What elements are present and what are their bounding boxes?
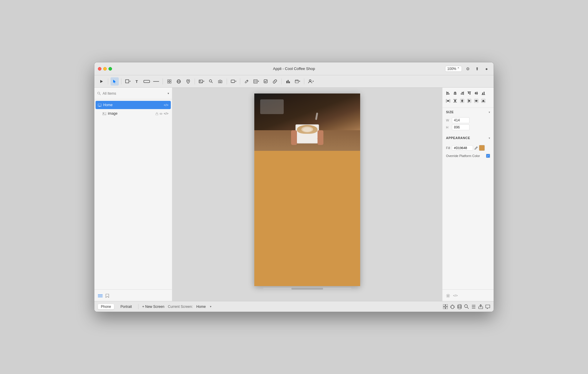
svg-rect-69: [454, 100, 456, 102]
svg-line-17: [211, 82, 213, 83]
svg-rect-50: [454, 92, 456, 93]
settings-button[interactable]: ⚙: [464, 65, 471, 72]
line-tool[interactable]: [152, 77, 160, 86]
code-icon[interactable]: </>: [164, 103, 168, 107]
svg-rect-63: [484, 92, 485, 95]
align-center-h-btn[interactable]: [452, 90, 458, 96]
search-tool[interactable]: [207, 77, 215, 86]
align-left-edges-btn[interactable]: [445, 90, 451, 96]
rectangle-arrow: ▾: [129, 80, 131, 83]
minimize-button[interactable]: [103, 67, 107, 71]
align-center-page-v-btn[interactable]: [473, 98, 480, 104]
lock-icon[interactable]: [156, 112, 158, 116]
fill-hex-input[interactable]: [452, 145, 473, 151]
width-field-row: W: [446, 117, 490, 123]
distribute-v-btn[interactable]: [452, 98, 458, 104]
account-button[interactable]: ●: [483, 65, 490, 72]
chart-tool[interactable]: [284, 77, 292, 86]
portrait-tab[interactable]: Portrait: [118, 304, 135, 309]
phone-tab[interactable]: Phone: [98, 304, 114, 309]
svg-marker-0: [100, 80, 103, 83]
search-input[interactable]: [103, 91, 166, 96]
database-bottom-icon[interactable]: [457, 304, 462, 309]
distribute-h-btn[interactable]: [445, 98, 451, 104]
grid-tool[interactable]: [165, 77, 173, 86]
size-section-header[interactable]: SIZE ▾: [442, 108, 494, 116]
traffic-lights: [98, 67, 112, 71]
fill-input-group: [452, 145, 490, 151]
width-input[interactable]: [452, 117, 470, 123]
svg-line-91: [450, 307, 451, 308]
grid-bottom-icon[interactable]: [443, 304, 448, 309]
eye-icon[interactable]: [159, 112, 163, 115]
export-bottom-icon[interactable]: [478, 304, 483, 309]
align-bottom-edges-btn[interactable]: [480, 90, 487, 96]
align-top-edges-btn[interactable]: [466, 90, 472, 96]
image-tool[interactable]: ▾: [197, 77, 206, 86]
layer-image[interactable]: image </>: [96, 109, 171, 118]
text-tool[interactable]: T: [133, 77, 141, 86]
color-swatch[interactable]: [479, 145, 485, 151]
search-db-bottom-icon[interactable]: [464, 304, 469, 309]
screen-dropdown-icon[interactable]: ▾: [210, 305, 211, 308]
svg-point-15: [200, 80, 201, 81]
checkbox-tool[interactable]: [261, 77, 270, 86]
separator-1: [108, 79, 108, 84]
new-screen-button[interactable]: + New Screen: [142, 305, 164, 309]
svg-point-97: [458, 306, 461, 308]
mouse-pad: [260, 99, 284, 114]
upload-button[interactable]: ⬆: [474, 65, 481, 72]
select-tool[interactable]: [111, 77, 119, 86]
align-center-page-h-btn[interactable]: [459, 98, 465, 104]
height-input[interactable]: [452, 124, 470, 130]
list-bottom-icon[interactable]: [471, 304, 476, 309]
align-right-edges-btn[interactable]: [459, 90, 465, 96]
maximize-button[interactable]: [108, 67, 112, 71]
globe-tool[interactable]: [175, 77, 183, 86]
close-button[interactable]: [98, 67, 101, 71]
panel-settings-icon[interactable]: [446, 293, 450, 298]
screen-tool[interactable]: ▾: [229, 77, 238, 86]
align-bottom-page-btn[interactable]: [480, 98, 487, 104]
layer-home-name: Home: [103, 103, 164, 107]
layers-icon[interactable]: [98, 293, 103, 298]
app-window: Appli - Cool Coffee Shop 100% ⌃ ⚙ ⬆ ● ▾ …: [94, 62, 494, 312]
svg-text:T: T: [136, 79, 138, 84]
bug-bottom-icon[interactable]: [450, 304, 455, 309]
svg-rect-25: [264, 80, 267, 83]
left-panel-bottom: [94, 289, 172, 301]
rectangle-tool[interactable]: ▾: [124, 77, 132, 86]
link-tool[interactable]: [271, 77, 279, 86]
calendar-tool[interactable]: ▾: [293, 77, 302, 86]
separator-4: [195, 79, 195, 84]
layer-home[interactable]: Home </>: [96, 101, 171, 109]
code-layer-icon[interactable]: </>: [164, 112, 168, 115]
panel-code-icon[interactable]: </>: [453, 294, 458, 297]
appearance-section-header[interactable]: APPEARANCE ▾: [442, 134, 494, 142]
search-dropdown-icon[interactable]: ▾: [168, 92, 169, 95]
chat-bottom-icon[interactable]: [485, 304, 490, 309]
zoom-control[interactable]: 100% ⌃: [445, 66, 462, 72]
align-left-page-btn[interactable]: [466, 98, 472, 104]
svg-line-99: [467, 307, 469, 309]
camera-tool[interactable]: [216, 77, 224, 86]
svg-line-35: [100, 94, 101, 95]
input-tool[interactable]: [143, 77, 151, 86]
canvas-area[interactable]: [172, 88, 442, 301]
svg-point-42: [161, 113, 161, 114]
bookmark-icon[interactable]: [106, 293, 109, 298]
override-checkbox[interactable]: ✓: [486, 154, 490, 158]
edit-tool[interactable]: [243, 77, 251, 86]
user-tool[interactable]: ▾: [307, 77, 315, 86]
alignment-tools: [442, 88, 494, 108]
component-tool[interactable]: ▾: [252, 77, 260, 86]
align-center-v-btn[interactable]: [473, 90, 480, 96]
eyedropper-icon[interactable]: [474, 146, 478, 150]
separator-3: [163, 79, 163, 84]
svg-rect-19: [231, 80, 235, 83]
pin-tool[interactable]: [184, 77, 192, 86]
play-tool[interactable]: [97, 77, 106, 86]
separator-8: [304, 79, 304, 84]
width-label: W: [446, 118, 450, 122]
svg-rect-56: [468, 92, 469, 94]
